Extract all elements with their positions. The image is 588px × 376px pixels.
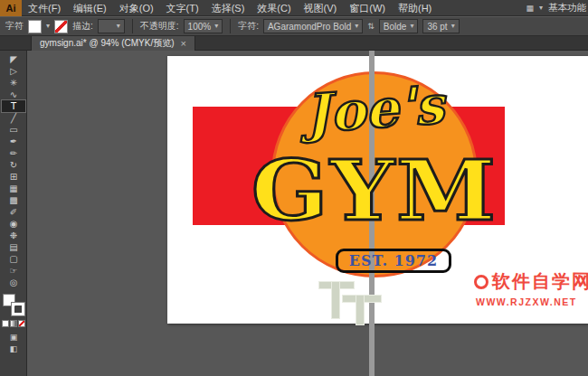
menu-object[interactable]: 对象(O) xyxy=(113,0,160,16)
magic-wand-tool[interactable]: ✳ xyxy=(2,77,25,89)
tool-panel: ◤ ▷ ✳ ∿ T ╱ ▭ ✒ ✏ ↻ ⊞ ▦ ▩ ✐ ◉ ❉ ▤ ▢ ☞ ◎ xyxy=(0,51,27,376)
canvas[interactable]: Joe's GYM EST. 1972 软件自学网 WWW.RJZXW.NET xyxy=(27,51,588,376)
menu-view[interactable]: 视图(V) xyxy=(298,0,344,16)
caret-down-icon: ▾ xyxy=(46,23,50,30)
type-tool[interactable]: T xyxy=(2,100,25,112)
menu-bar: Ai 文件(F) 编辑(E) 对象(O) 文字(T) 选择(S) 效果(C) 视… xyxy=(0,0,588,16)
opacity-value: 100% xyxy=(188,22,212,32)
menu-effect[interactable]: 效果(C) xyxy=(251,0,297,16)
line-segment-tool[interactable]: ╱ xyxy=(2,112,25,124)
document-tab-bar: gymsign.ai* @ 94% (CMYK/预览) × xyxy=(0,36,588,51)
stroke-label: 描边: xyxy=(72,20,93,33)
gym-text[interactable]: GYM xyxy=(208,152,540,230)
shape-builder-tool[interactable]: ⊞ xyxy=(2,171,25,183)
mesh-tool[interactable]: ▦ xyxy=(2,183,25,194)
watermark-site-url: WWW.RJZXW.NET xyxy=(476,296,588,307)
menu-help[interactable]: 帮助(H) xyxy=(392,0,438,16)
main-area: ◤ ▷ ✳ ∿ T ╱ ▭ ✒ ✏ ↻ ⊞ ▦ ▩ ✐ ◉ ❉ ▤ ▢ ☞ ◎ xyxy=(0,51,588,376)
panel-bottom-buttons: ▣ ◧ xyxy=(10,333,18,353)
watermark-row: 软件自学网 xyxy=(474,269,588,294)
menu-file[interactable]: 文件(F) xyxy=(22,0,67,16)
control-bar: 字符 ▾ 描边: ▾ 不透明度: 100%▾ 字符: AGaramondPro … xyxy=(0,16,588,36)
opacity-label: 不透明度: xyxy=(140,20,179,33)
barbell-shape[interactable] xyxy=(356,295,365,325)
rectangle-tool[interactable]: ▭ xyxy=(2,124,25,136)
color-mode-buttons xyxy=(2,320,25,327)
hand-tool[interactable]: ☞ xyxy=(2,265,25,277)
stroke-weight-select[interactable]: ▾ xyxy=(98,19,125,33)
gradient-tool[interactable]: ▩ xyxy=(2,194,25,206)
est-1972-badge[interactable]: EST. 1972 xyxy=(336,249,451,273)
illustrator-window: Ai 文件(F) 编辑(E) 对象(O) 文字(T) 选择(S) 效果(C) 视… xyxy=(0,0,588,376)
font-stepper-icon[interactable]: ⇅ xyxy=(367,23,375,31)
paintbrush-tool[interactable]: ✒ xyxy=(2,136,25,147)
font-style-value: Bolde xyxy=(384,22,407,32)
artboard-tool[interactable]: ▢ xyxy=(2,253,25,265)
character-panel-link[interactable]: 字符 xyxy=(5,20,24,33)
font-family-value: AGaramondPro Bold xyxy=(268,22,351,32)
fill-color-swatch[interactable] xyxy=(28,20,42,33)
rotate-tool[interactable]: ↻ xyxy=(2,159,25,171)
menu-window[interactable]: 窗口(W) xyxy=(343,0,392,16)
caret-down-icon: ▾ xyxy=(214,23,218,30)
menu-edit[interactable]: 编辑(E) xyxy=(67,0,113,16)
stroke-swatch[interactable] xyxy=(12,303,24,315)
stroke-color-swatch[interactable] xyxy=(54,20,68,33)
gradient-button[interactable] xyxy=(10,320,17,327)
none-button[interactable] xyxy=(18,320,25,327)
caret-down-icon: ▾ xyxy=(539,5,543,12)
document-tab[interactable]: gymsign.ai* @ 94% (CMYK/预览) × xyxy=(31,36,195,51)
caret-down-icon: ▾ xyxy=(451,23,455,30)
symbol-sprayer-tool[interactable]: ❉ xyxy=(2,230,25,241)
fill-stroke-indicator xyxy=(3,294,24,315)
font-family-select[interactable]: AGaramondPro Bold▾ xyxy=(263,19,363,33)
arrange-documents-icon[interactable]: ▦ xyxy=(526,4,534,13)
document-tab-title: gymsign.ai* @ 94% (CMYK/预览) xyxy=(40,37,175,50)
caret-down-icon: ▾ xyxy=(355,23,358,30)
lasso-tool[interactable]: ∿ xyxy=(2,89,25,100)
watermark-logo-icon xyxy=(474,275,488,289)
pencil-tool[interactable]: ✏ xyxy=(2,147,25,159)
column-graph-tool[interactable]: ▤ xyxy=(2,241,25,253)
app-logo-icon: Ai xyxy=(0,0,22,16)
workspace-switcher[interactable]: 基本功能 xyxy=(548,2,586,14)
menu-type[interactable]: 文字(T) xyxy=(160,0,205,16)
character-label: 字符: xyxy=(238,20,259,33)
opacity-select[interactable]: 100%▾ xyxy=(184,19,223,33)
menu-select[interactable]: 选择(S) xyxy=(205,0,251,16)
divider xyxy=(230,19,231,33)
zoom-tool[interactable]: ◎ xyxy=(2,277,25,288)
divider xyxy=(132,19,133,33)
close-icon[interactable]: × xyxy=(181,39,186,49)
font-size-value: 36 pt xyxy=(427,22,447,32)
screen-mode-icon[interactable]: ◧ xyxy=(10,344,18,353)
watermark-site-name: 软件自学网 xyxy=(492,269,588,294)
eyedropper-tool[interactable]: ✐ xyxy=(2,206,25,218)
blend-tool[interactable]: ◉ xyxy=(2,218,25,230)
caret-down-icon: ▾ xyxy=(117,23,120,30)
selection-tool[interactable]: ◤ xyxy=(2,53,25,65)
font-size-select[interactable]: 36 pt▾ xyxy=(422,19,459,33)
font-style-select[interactable]: Bolde▾ xyxy=(379,19,419,33)
menubar-right-group: ▦ ▾ 基本功能 xyxy=(526,2,588,14)
watermark: 软件自学网 WWW.RJZXW.NET xyxy=(474,269,588,307)
barbell-shape[interactable] xyxy=(331,281,340,319)
draw-mode-icon[interactable]: ▣ xyxy=(10,333,18,342)
direct-selection-tool[interactable]: ▷ xyxy=(2,65,25,77)
color-button[interactable] xyxy=(2,320,9,327)
caret-down-icon: ▾ xyxy=(410,23,413,30)
